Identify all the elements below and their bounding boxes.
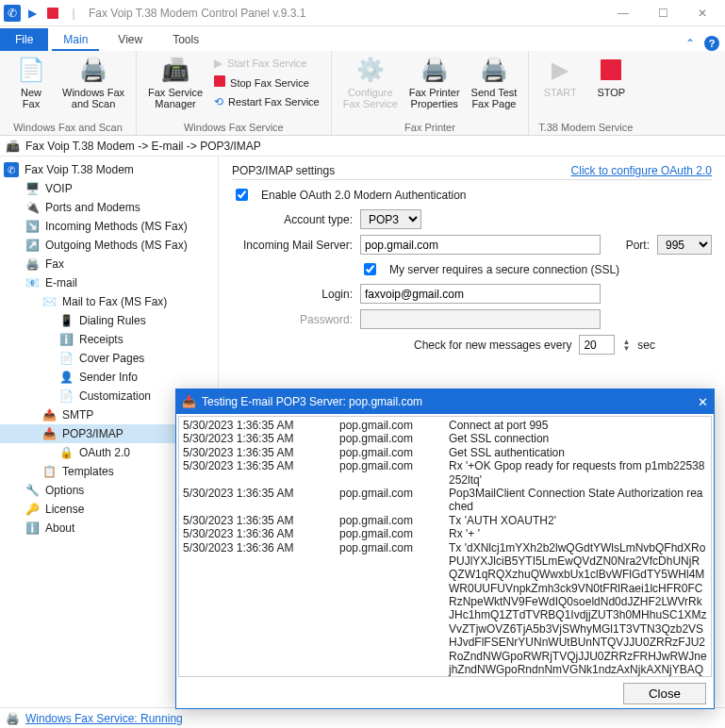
help-icon[interactable]: ? xyxy=(704,36,719,51)
info-icon: ℹ️ xyxy=(58,332,74,347)
key-icon: 🔑 xyxy=(25,502,40,517)
log-row: 5/30/2023 1:36:35 AMpop.gmail.comRx '+OK… xyxy=(183,459,707,487)
fax-printer-properties-button[interactable]: 🖨️ Fax Printer Properties xyxy=(405,53,464,111)
template-icon: 📋 xyxy=(41,464,57,479)
spinner-down[interactable]: ▼ xyxy=(622,345,630,352)
arrow-out-icon: ↗️ xyxy=(25,238,40,253)
dialog-close-button[interactable]: Close xyxy=(623,683,706,704)
user-icon: 👤 xyxy=(58,370,74,385)
log-row: 5/30/2023 1:36:35 AMpop.gmail.comGet SSL… xyxy=(183,446,707,459)
titlebar: ✆ ▶ | Fax Voip T.38 Modem Control Panel … xyxy=(0,0,725,26)
tab-main[interactable]: Main xyxy=(48,28,103,51)
password-label: Password: xyxy=(232,313,353,326)
restart-icon: ⟲ xyxy=(214,95,223,108)
tree-outgoing[interactable]: ↗️Outgoing Methods (MS Fax) xyxy=(0,236,218,255)
windows-fax-scan-button[interactable]: 🖨️ Windows Fax and Scan xyxy=(58,53,128,111)
account-type-select[interactable]: POP3 xyxy=(360,209,421,229)
mail-send-icon: 📤 xyxy=(41,407,57,422)
enable-oauth-checkbox[interactable] xyxy=(236,189,248,201)
port-label: Port: xyxy=(626,239,650,252)
login-input[interactable] xyxy=(360,284,601,304)
configure-fax-service-button[interactable]: ⚙️ Configure Fax Service xyxy=(339,53,402,111)
tree-root[interactable]: ✆Fax Voip T.38 Modem xyxy=(0,160,218,179)
info-icon: ℹ️ xyxy=(25,521,40,536)
lock-icon: 🔒 xyxy=(58,445,74,460)
tree-sender[interactable]: 👤Sender Info xyxy=(0,368,218,387)
gear-icon: ⚙️ xyxy=(355,55,386,85)
ribbon-group-label: Fax Printer xyxy=(404,122,455,133)
dialog-close-icon[interactable]: ✕ xyxy=(698,395,708,409)
status-text: Windows Fax Service: Running xyxy=(25,712,183,725)
new-fax-button[interactable]: 📄 New Fax xyxy=(8,53,55,111)
play-icon: ▶ xyxy=(214,57,222,70)
window-title: Fax Voip T.38 Modem Control Panel v.9.3.… xyxy=(89,7,305,20)
password-input xyxy=(360,309,601,329)
breadcrumb: 📠 Fax Voip T.38 Modem -> E-mail -> POP3/… xyxy=(0,136,725,157)
envelope-icon: ✉️ xyxy=(41,294,57,309)
ribbon-group-label: Windows Fax Service xyxy=(184,122,284,133)
stop-icon xyxy=(596,55,626,85)
maximize-button[interactable]: ☐ xyxy=(644,0,682,26)
tree-cover[interactable]: 📄Cover Pages xyxy=(0,349,218,368)
configure-oauth-link[interactable]: Click to configure OAuth 2.0 xyxy=(571,164,712,177)
app-icon: ✆ xyxy=(4,5,21,22)
tab-file[interactable]: File xyxy=(0,28,48,51)
ribbon: 📄 New Fax 🖨️ Windows Fax and Scan Window… xyxy=(0,51,725,136)
close-button[interactable]: ✕ xyxy=(684,0,721,26)
check-interval-unit: sec xyxy=(637,339,655,352)
fax-settings-icon: 📠 xyxy=(6,140,20,153)
tree-ports[interactable]: 🔌Ports and Modems xyxy=(0,198,218,217)
ports-icon: 🔌 xyxy=(25,200,40,215)
log-row: 5/30/2023 1:36:36 AMpop.gmail.comRx '+ ' xyxy=(183,527,707,540)
ssl-checkbox[interactable] xyxy=(364,263,376,275)
tree-voip[interactable]: 🖥️VOIP xyxy=(0,179,218,198)
mail-server-input[interactable] xyxy=(360,235,601,255)
ribbon-minimize-icon[interactable]: ⌃ xyxy=(685,37,695,50)
stop-fax-service-button[interactable]: Stop Fax Service xyxy=(210,74,323,91)
log-scroll[interactable]: 5/30/2023 1:36:35 AMpop.gmail.comConnect… xyxy=(179,417,711,676)
log-row: 5/30/2023 1:36:35 AMpop.gmail.comPop3Mai… xyxy=(183,487,707,514)
keypad-icon: 📱 xyxy=(58,313,74,328)
enable-oauth-label: Enable OAuth 2.0 Modern Authentication xyxy=(261,189,466,202)
minimize-button[interactable]: — xyxy=(604,0,642,26)
ribbon-tabs: File Main View Tools ⌃ ? xyxy=(0,26,725,51)
printer-icon: 🖨️ xyxy=(78,55,108,85)
modem-start-button[interactable]: ▶ START xyxy=(536,53,584,100)
modem-stop-button[interactable]: STOP xyxy=(587,53,634,100)
dialog-titlebar: 📥 Testing E-mail POP3 Server: pop.gmail.… xyxy=(176,389,714,414)
mail-server-label: Incoming Mail Server: xyxy=(232,239,353,252)
qat-stop-icon[interactable] xyxy=(43,4,62,23)
ssl-label: My server requires a secure connection (… xyxy=(389,263,619,276)
qat-sep: | xyxy=(64,4,83,23)
ribbon-group-label: T.38 Modem Service xyxy=(538,122,633,133)
printer-icon: 🖨️ xyxy=(25,256,40,272)
tab-view[interactable]: View xyxy=(103,28,157,51)
tree-receipts[interactable]: ℹ️Receipts xyxy=(0,330,218,349)
check-interval-label: Check for new messages every xyxy=(414,339,571,352)
page-icon: 📄 xyxy=(16,55,46,85)
qat-start-icon[interactable]: ▶ xyxy=(23,4,41,23)
screen-icon: 🖥️ xyxy=(25,181,40,196)
tab-tools[interactable]: Tools xyxy=(157,28,214,51)
tree-email[interactable]: 📧E-mail xyxy=(0,273,218,292)
fax-service-manager-button[interactable]: 📠 Fax Service Manager xyxy=(144,53,206,111)
port-select[interactable]: 995 xyxy=(657,235,712,255)
check-interval-input[interactable] xyxy=(579,335,615,355)
arrow-in-icon: ↘️ xyxy=(25,219,40,234)
account-type-label: Account type: xyxy=(232,213,353,226)
fax-machine-icon: 📠 xyxy=(160,55,190,85)
status-bar: 🖨️ Windows Fax Service: Running xyxy=(0,707,725,728)
tree-fax[interactable]: 🖨️Fax xyxy=(0,255,218,273)
mail-icon: 📧 xyxy=(25,275,40,290)
dialog-log: 5/30/2023 1:36:35 AMpop.gmail.comConnect… xyxy=(178,416,712,677)
play-icon: ▶ xyxy=(545,55,575,85)
tree-incoming[interactable]: ↘️Incoming Methods (MS Fax) xyxy=(0,217,218,236)
send-test-fax-button[interactable]: 🖨️ Send Test Fax Page xyxy=(468,53,521,111)
stop-icon xyxy=(214,75,225,90)
test-pop3-dialog: 📥 Testing E-mail POP3 Server: pop.gmail.… xyxy=(175,389,715,709)
tree-mail2fax[interactable]: ✉️Mail to Fax (MS Fax) xyxy=(0,292,218,311)
log-row: 5/30/2023 1:36:36 AMpop.gmail.comTx 'dXN… xyxy=(183,541,707,676)
restart-fax-service-button[interactable]: ⟲Restart Fax Service xyxy=(210,93,323,110)
tree-dialing[interactable]: 📱Dialing Rules xyxy=(0,311,218,330)
start-fax-service-button[interactable]: ▶Start Fax Service xyxy=(210,55,323,72)
